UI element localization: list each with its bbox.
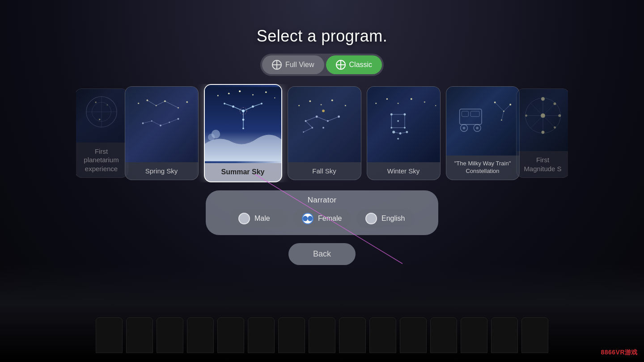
program-card-milkyway[interactable]: "The Milky Way Train"Constellation — [446, 86, 520, 180]
svg-line-60 — [317, 117, 328, 121]
card-label: First Magnitude S — [517, 151, 568, 177]
narrator-options: Male Female English — [229, 209, 415, 228]
svg-point-30 — [265, 92, 267, 93]
svg-line-23 — [161, 122, 169, 126]
svg-rect-87 — [462, 111, 468, 117]
classic-view-button[interactable]: Classic — [326, 55, 382, 74]
seat — [309, 317, 335, 353]
svg-point-29 — [252, 94, 254, 96]
card-thumbnail-summer — [205, 85, 281, 163]
svg-point-26 — [217, 95, 218, 97]
svg-point-7 — [138, 103, 139, 104]
svg-point-50 — [331, 99, 333, 101]
seat — [339, 317, 366, 353]
seat — [278, 317, 305, 353]
svg-point-92 — [476, 126, 479, 129]
program-card-winter[interactable]: Winter Sky — [367, 86, 441, 180]
svg-point-28 — [239, 90, 241, 92]
svg-line-61 — [327, 117, 339, 121]
program-card-fall[interactable]: Fall Sky — [288, 86, 361, 180]
svg-line-13 — [147, 100, 156, 105]
svg-point-69 — [424, 101, 425, 103]
card-thumbnail — [288, 87, 361, 162]
svg-line-97 — [495, 102, 504, 111]
view-toggle: Full View Classic — [260, 54, 384, 76]
card-label: Winter Sky — [367, 162, 440, 180]
svg-point-110 — [554, 126, 556, 129]
watermark: 8866VR游戏 — [601, 349, 638, 357]
narrator-language-option[interactable]: English — [356, 209, 415, 228]
svg-point-67 — [397, 103, 398, 104]
card-thumbnail — [517, 89, 568, 151]
narrator-female-option[interactable]: Female — [293, 209, 351, 228]
seat — [217, 317, 244, 353]
svg-point-31 — [274, 97, 275, 98]
full-view-button[interactable]: Full View — [262, 55, 324, 74]
card-label: "The Milky Way Train"Constellation — [446, 156, 519, 180]
narrator-panel: Narrator Male Female English — [206, 190, 438, 235]
svg-line-62 — [305, 121, 312, 128]
svg-point-107 — [541, 131, 544, 134]
seat — [96, 317, 123, 353]
program-card-summer[interactable]: Summar Sky — [204, 84, 282, 182]
card-label: Spring Sky — [125, 162, 198, 180]
narrator-male-option[interactable]: Male — [229, 209, 288, 228]
card-label: Fall Sky — [288, 162, 361, 180]
svg-point-55 — [338, 115, 340, 118]
back-button[interactable]: Back — [288, 243, 356, 265]
svg-line-15 — [165, 101, 178, 108]
seat — [400, 317, 427, 353]
svg-point-51 — [344, 105, 346, 106]
svg-point-27 — [228, 93, 229, 94]
seat — [157, 317, 183, 353]
svg-point-105 — [541, 97, 545, 101]
svg-point-47 — [298, 105, 300, 106]
seat — [187, 317, 214, 353]
seat — [430, 317, 457, 353]
svg-point-106 — [558, 114, 561, 117]
svg-line-85 — [400, 132, 407, 134]
svg-point-49 — [320, 104, 322, 105]
svg-point-66 — [386, 98, 388, 100]
narrator-title: Narrator — [308, 196, 337, 205]
svg-point-108 — [525, 114, 527, 117]
svg-point-48 — [309, 100, 311, 102]
svg-point-20 — [177, 118, 179, 120]
svg-line-59 — [305, 117, 317, 121]
card-thumbnail — [76, 89, 128, 143]
seat — [126, 317, 153, 353]
female-label: Female — [318, 215, 342, 223]
seat — [521, 317, 548, 353]
cards-container: First planetariumexperience — [76, 84, 568, 182]
svg-line-21 — [143, 121, 152, 123]
svg-point-70 — [435, 105, 436, 106]
card-thumbnail — [125, 87, 198, 162]
male-label: Male — [254, 215, 270, 223]
svg-point-46 — [211, 130, 220, 139]
svg-line-14 — [156, 101, 165, 105]
cards-wrapper: First planetariumexperience — [76, 84, 568, 182]
program-card-firstmag[interactable]: First Magnitude S — [516, 88, 568, 178]
svg-line-98 — [504, 105, 510, 111]
svg-rect-88 — [470, 111, 479, 117]
svg-point-111 — [541, 114, 545, 118]
globe-icon-fullview — [272, 60, 282, 70]
seat-area — [0, 264, 644, 362]
svg-point-79 — [397, 138, 399, 139]
page-title: Select a program. — [257, 27, 388, 46]
program-card-planetarium[interactable]: First planetariumexperience — [76, 88, 128, 178]
svg-point-109 — [553, 102, 556, 105]
seat — [369, 317, 396, 353]
program-card-spring[interactable]: Spring Sky — [125, 86, 199, 180]
language-label: English — [381, 215, 405, 223]
svg-line-99 — [501, 111, 504, 120]
svg-point-91 — [462, 126, 465, 129]
classic-label: Classic — [349, 61, 373, 69]
svg-point-56 — [322, 127, 324, 129]
card-thumbnail — [446, 87, 519, 156]
seat-row — [0, 317, 644, 353]
svg-point-73 — [397, 120, 399, 122]
ui-panel: Select a program. Full View Classic — [121, 27, 523, 265]
card-thumbnail — [367, 87, 440, 162]
svg-point-65 — [375, 103, 377, 104]
